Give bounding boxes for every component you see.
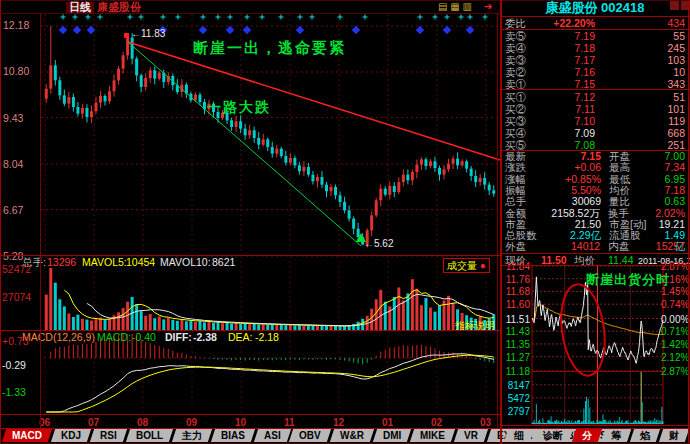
- month-label: 01: [382, 417, 393, 428]
- weibi-row[interactable]: 委比+22.20%434: [502, 17, 688, 29]
- kline-annotation-2: 一路大跌: [207, 99, 271, 117]
- tab-KDJ[interactable]: KDJ: [51, 429, 91, 442]
- mavol10-label: MAVOL10:: [160, 257, 211, 268]
- volume-pane-title-box[interactable]: 成交量 ●: [443, 258, 490, 273]
- intraday-price-tick: 11.51: [502, 314, 530, 325]
- quote-stock-code: 002418: [601, 0, 644, 15]
- tab-分[interactable]: 分: [572, 429, 602, 442]
- intraday-vol-tick: 2797: [502, 406, 530, 417]
- dea-label: DEA:: [228, 332, 253, 343]
- intraday-price-tick: 11.35: [502, 339, 530, 350]
- pane-tool-icons[interactable]: ▤ ▦ ▥: [438, 1, 472, 12]
- rightpanel-tabbar: 细诊断分筹焰财: [506, 429, 690, 442]
- tab-ASI[interactable]: ASI: [254, 429, 291, 442]
- dea-value: -2.18: [255, 332, 279, 343]
- intraday-vol-tick: 8147: [502, 380, 530, 391]
- mavol5-value: 10454: [126, 257, 155, 268]
- tab-OBV[interactable]: OBV: [289, 429, 331, 442]
- peak-price-annotation: ←11.83: [131, 28, 165, 39]
- macd-tick: -0.29: [2, 360, 26, 371]
- bid-row-2[interactable]: 买②7.11101: [502, 103, 688, 115]
- month-label: 09: [186, 417, 197, 428]
- quote-stock-name: 康盛股份: [545, 0, 597, 15]
- intraday-pct-tick: 2.12%: [661, 352, 688, 363]
- mavol10-value: 8621: [212, 257, 235, 268]
- intraday-price-tick: 11.84: [502, 261, 530, 272]
- period-label[interactable]: 日线: [66, 2, 94, 13]
- tab-主力[interactable]: 主力: [172, 429, 212, 442]
- tab-筹[interactable]: 筹: [601, 429, 631, 442]
- intraday-price-tick: 11.60: [502, 299, 530, 310]
- month-label: 11: [284, 417, 295, 428]
- macd-tick: -1.33: [2, 387, 26, 398]
- stock-name-label: 康盛股份: [97, 2, 141, 13]
- quote-header: 康盛股份 002418: [502, 2, 688, 13]
- tab-VR[interactable]: VR: [454, 429, 488, 442]
- kline-price-tick: 9.43: [3, 113, 23, 124]
- intraday-price-tick: 11.68: [502, 286, 530, 297]
- intraday-vol-tick: 5472: [502, 393, 530, 404]
- intraday-pct-tick: 0.74%: [661, 299, 688, 310]
- tab-BOLL[interactable]: BOLL: [126, 429, 173, 442]
- bid-row-4[interactable]: 买④7.09668: [502, 127, 688, 139]
- tab-MIKE[interactable]: MIKE: [410, 429, 455, 442]
- detail-row-外盘: 外盘14012内盘15257: [502, 241, 688, 252]
- intraday-price-tick: 11.76: [502, 274, 530, 285]
- bid-row-3[interactable]: 买③7.10119: [502, 115, 688, 127]
- month-label: 03: [480, 417, 491, 428]
- month-label: 08: [137, 417, 148, 428]
- ask-row-1[interactable]: 卖①7.15343: [502, 78, 688, 90]
- month-label: 02: [431, 417, 442, 428]
- tab-焰[interactable]: 焰: [630, 429, 660, 442]
- intraday-price-tick: 11.18: [502, 366, 530, 377]
- ask-row-4[interactable]: 卖④7.18245: [502, 42, 688, 54]
- intraday-pct-tick: 0.71%: [661, 326, 688, 337]
- macd-value: -0.40: [132, 332, 156, 343]
- tab-W&R[interactable]: W&R: [330, 429, 374, 442]
- intraday-price-tick: 11.27: [502, 352, 530, 363]
- kline-price-tick: 5.28: [3, 251, 23, 262]
- bid-row-5[interactable]: 买⑤7.08251: [502, 139, 688, 151]
- macd-title: MACD(12,26,9): [22, 332, 95, 343]
- tab-BIAS[interactable]: BIAS: [211, 429, 255, 442]
- ask-row-3[interactable]: 卖③7.17103: [502, 54, 688, 66]
- detail-row-涨跌: 涨跌+0.06最高7.34: [502, 162, 688, 173]
- macd-tick: +0.73: [2, 336, 29, 347]
- tab-财[interactable]: 财: [659, 429, 689, 442]
- intraday-annotation: 断崖出货分时: [586, 271, 670, 289]
- tab-细[interactable]: 细: [504, 429, 534, 442]
- kline-price-tick: 12.18: [3, 20, 29, 31]
- ask-row-2[interactable]: 卖②7.1610: [502, 66, 688, 78]
- kline-annotation-1: 断崖一出，逃命要紧: [193, 39, 346, 58]
- kline-price-tick: 10.80: [3, 66, 29, 77]
- month-label: 10: [235, 417, 246, 428]
- tab-DMI[interactable]: DMI: [373, 429, 412, 442]
- mavol5-label: MAVOL5:: [82, 257, 127, 268]
- low-price-annotation: ←5.62: [364, 238, 393, 249]
- kline-price-tick: 8.04: [3, 159, 23, 170]
- bid-row-1[interactable]: 买①7.1251: [502, 91, 688, 103]
- tab-RSI[interactable]: RSI: [90, 429, 127, 442]
- intraday-pct-tick: 1.42%: [661, 339, 688, 350]
- macd-label: MACD:: [97, 332, 131, 343]
- tab-诊断[interactable]: 诊断: [533, 429, 573, 442]
- trading-app-window: 日线 康盛股份 ▤ ▦ ▥ ➔ 12.1810.809.438.046.675.…: [0, 0, 690, 444]
- month-label: 12: [333, 417, 344, 428]
- tab-MACD[interactable]: MACD: [2, 429, 52, 442]
- volume-total-value: 13296: [47, 257, 76, 268]
- intraday-pct-tick: 0.00%: [661, 314, 688, 325]
- kline-price-tick: 6.67: [3, 205, 23, 216]
- arrow-icon[interactable]: ➔: [484, 1, 492, 12]
- intraday-price-tick: 11.43: [502, 326, 530, 337]
- volume-tick: 52472: [2, 264, 31, 275]
- detail-row-总手: 总手30069量比0.63: [502, 196, 688, 207]
- intraday-pct-tick: 2.87%: [661, 366, 688, 377]
- diff-label: DIFF:: [165, 332, 192, 343]
- volume-tick: 27074: [2, 292, 31, 303]
- diff-value: -2.38: [193, 332, 217, 343]
- month-label: 07: [88, 417, 99, 428]
- ask-row-5[interactable]: 卖⑤7.1955: [502, 30, 688, 42]
